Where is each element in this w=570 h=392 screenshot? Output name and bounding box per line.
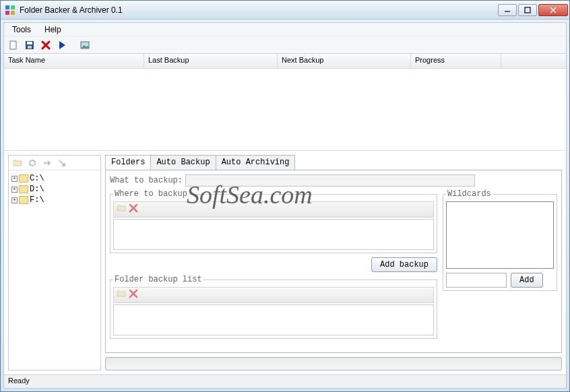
wildcards-group: Wildcards Add xyxy=(443,189,557,291)
task-list-header: Task Name Last Backup Next Backup Progre… xyxy=(4,54,566,69)
col-progress[interactable]: Progress xyxy=(411,54,501,68)
refresh-icon[interactable] xyxy=(26,157,38,169)
folder-backup-list[interactable] xyxy=(113,304,434,335)
tab-content-folders: SoftSea.com What to backup: Where to bac… xyxy=(105,170,562,353)
arrow-right-icon[interactable] xyxy=(41,157,53,169)
tab-auto-backup[interactable]: Auto Backup xyxy=(150,155,216,170)
folder-icon xyxy=(19,174,28,183)
svg-rect-2 xyxy=(5,11,9,15)
svg-rect-11 xyxy=(28,46,32,48)
statusbar: Ready xyxy=(4,374,566,388)
tree-item-c[interactable]: +C:\ xyxy=(11,173,98,184)
wildcards-legend: Wildcards xyxy=(446,189,493,199)
expand-icon[interactable]: + xyxy=(11,176,18,182)
col-last-backup[interactable]: Last Backup xyxy=(144,54,278,68)
svg-rect-0 xyxy=(5,5,9,9)
client-area: Tools Help Task Name Last Backup Next Ba… xyxy=(3,22,567,389)
image-icon[interactable] xyxy=(78,38,92,52)
delete-icon[interactable] xyxy=(129,289,138,301)
expand-icon[interactable]: + xyxy=(11,197,18,203)
menu-help[interactable]: Help xyxy=(38,24,68,36)
col-task-name[interactable]: Task Name xyxy=(4,54,144,68)
menubar: Tools Help xyxy=(4,23,566,36)
drive-tree-panel: +C:\ +D:\ +F:\ xyxy=(8,155,101,370)
add-backup-button[interactable]: Add backup xyxy=(371,257,437,272)
app-icon xyxy=(5,5,15,15)
titlebar: Folder Backer & Archiver 0.1 xyxy=(1,1,569,20)
folder-icon xyxy=(19,185,28,193)
arrow-down-right-icon[interactable] xyxy=(56,157,68,169)
tree-item-d[interactable]: +D:\ xyxy=(11,184,98,195)
open-folder-icon[interactable] xyxy=(117,203,126,216)
status-text: Ready xyxy=(8,377,30,385)
run-icon[interactable] xyxy=(55,38,69,52)
wildcard-input[interactable] xyxy=(446,273,507,288)
settings-panel: Folders Auto Backup Auto Archiving SoftS… xyxy=(105,155,562,370)
window-title: Folder Backer & Archiver 0.1 xyxy=(20,5,497,15)
col-spacer xyxy=(501,54,566,68)
where-to-backup-legend: Where to backup xyxy=(113,189,189,199)
where-toolbar xyxy=(113,201,434,218)
save-icon[interactable] xyxy=(23,38,36,52)
fbl-toolbar xyxy=(113,287,434,303)
where-to-backup-list[interactable] xyxy=(113,219,434,250)
col-next-backup[interactable]: Next Backup xyxy=(278,54,411,68)
what-to-backup-input[interactable] xyxy=(185,174,475,187)
delete-icon[interactable] xyxy=(129,203,138,216)
wildcards-list[interactable] xyxy=(446,201,554,269)
drive-label: D:\ xyxy=(30,185,44,194)
svg-rect-5 xyxy=(525,7,530,13)
new-icon[interactable] xyxy=(7,38,20,52)
app-window: Folder Backer & Archiver 0.1 Tools Help … xyxy=(0,0,570,392)
expand-icon[interactable]: + xyxy=(11,187,18,193)
minimize-button[interactable] xyxy=(498,4,517,16)
svg-rect-3 xyxy=(11,11,15,15)
lower-panel: +C:\ +D:\ +F:\ Folders Auto Backup Auto … xyxy=(4,151,566,374)
toolbar xyxy=(4,36,566,54)
folder-backup-list-group: Folder backup list xyxy=(110,275,437,339)
folder-icon xyxy=(19,196,28,204)
tree-toolbar xyxy=(9,156,100,170)
what-to-backup-label: What to backup: xyxy=(110,176,183,185)
folder-backup-list-legend: Folder backup list xyxy=(113,275,203,284)
tab-auto-archiving[interactable]: Auto Archiving xyxy=(216,155,296,170)
tab-folders[interactable]: Folders xyxy=(105,155,151,170)
svg-rect-10 xyxy=(27,42,32,44)
drive-label: C:\ xyxy=(30,174,44,183)
drive-label: F:\ xyxy=(30,195,44,205)
progress-bar xyxy=(105,357,562,370)
svg-rect-1 xyxy=(11,5,15,9)
menu-tools[interactable]: Tools xyxy=(5,24,38,36)
open-folder-icon[interactable] xyxy=(11,157,24,169)
drive-tree[interactable]: +C:\ +D:\ +F:\ xyxy=(9,170,100,370)
where-to-backup-group: Where to backup xyxy=(110,189,437,253)
tree-item-f[interactable]: +F:\ xyxy=(11,195,98,205)
delete-icon[interactable] xyxy=(39,38,53,52)
add-wildcard-button[interactable]: Add xyxy=(511,273,543,288)
tabs: Folders Auto Backup Auto Archiving xyxy=(105,155,562,170)
task-list[interactable] xyxy=(4,69,566,151)
close-button[interactable] xyxy=(538,4,568,16)
maximize-button[interactable] xyxy=(518,4,537,16)
open-folder-icon[interactable] xyxy=(117,289,126,301)
